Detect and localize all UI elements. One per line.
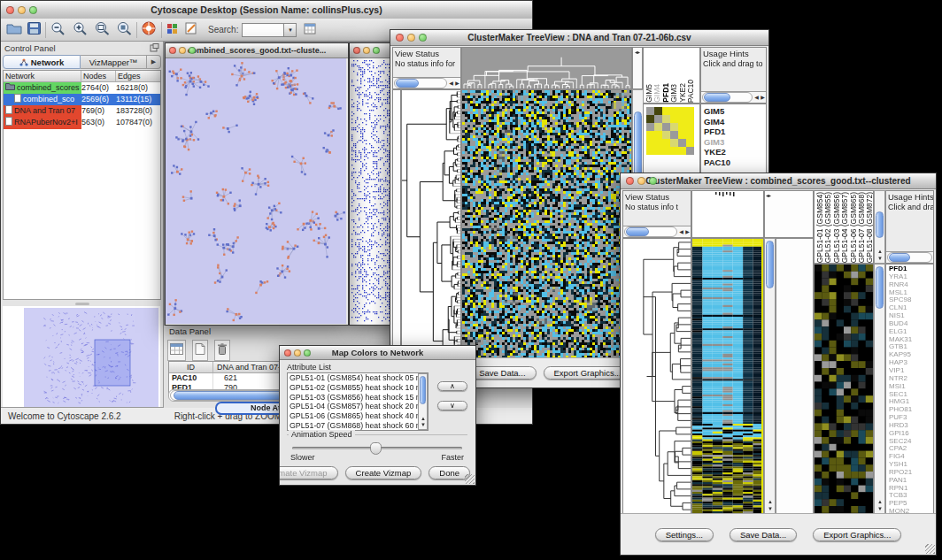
zoom-button[interactable] bbox=[419, 34, 427, 42]
delete-attribute-icon[interactable] bbox=[214, 340, 230, 361]
gene-label[interactable]: GIM4 bbox=[704, 117, 766, 127]
tv2-zoom-vscrollbar[interactable]: ▲▼ bbox=[874, 264, 885, 514]
column-label[interactable]: GPL51-02 (GSM855) bbox=[824, 192, 832, 263]
panel-splitter[interactable] bbox=[75, 303, 89, 305]
network-table-row[interactable]: RNAPuberNov2+I 563(0) 107847(0) bbox=[4, 117, 160, 128]
treeview-button[interactable]: Save Data... bbox=[468, 366, 536, 380]
move-down-button[interactable]: ∨ bbox=[437, 401, 467, 410]
close-button[interactable] bbox=[626, 177, 634, 185]
treeview2-title: ClusterMaker TreeView : combined_scores_… bbox=[621, 176, 936, 186]
minimize-button[interactable] bbox=[363, 47, 370, 54]
scroll-right-icon[interactable]: ▶ bbox=[684, 229, 691, 235]
help-lifering-icon[interactable] bbox=[142, 21, 157, 39]
zoom-button[interactable] bbox=[29, 6, 37, 14]
tv1-heatmap-canvas[interactable] bbox=[462, 90, 631, 357]
minimize-button[interactable] bbox=[407, 34, 415, 42]
tv2-status-scrollbar[interactable]: ◀▶ bbox=[623, 226, 691, 237]
gene-label[interactable]: GIM5 bbox=[704, 106, 766, 117]
minimize-button[interactable] bbox=[637, 177, 645, 185]
minimize-button[interactable] bbox=[294, 349, 301, 357]
done-button[interactable]: Done bbox=[429, 466, 470, 479]
zoom-in-icon[interactable] bbox=[73, 21, 88, 39]
minimize-button[interactable] bbox=[179, 47, 186, 54]
close-button[interactable] bbox=[6, 6, 14, 14]
tv2-heatmap-canvas[interactable] bbox=[692, 239, 763, 513]
tv1-array-dendrogram-canvas[interactable] bbox=[462, 48, 631, 88]
attribute-list-item[interactable]: GPL51-04 (GSM857) heat shock 20 min bbox=[290, 402, 428, 411]
attribute-list-item[interactable]: GPL51-06 (GSM865) heat shock 40 min bbox=[290, 411, 428, 421]
tv2-zoom-heatmap-canvas[interactable] bbox=[815, 265, 873, 513]
attribute-browser-icon[interactable] bbox=[166, 22, 178, 38]
column-label[interactable]: GIM3 bbox=[670, 84, 678, 103]
treeview-button[interactable]: Save Data... bbox=[730, 528, 797, 541]
close-button[interactable] bbox=[396, 34, 404, 42]
zoom-button[interactable] bbox=[304, 349, 311, 357]
tv2-array-dendrogram-canvas[interactable] bbox=[692, 191, 763, 237]
search-dropdown-button[interactable]: ▼ bbox=[284, 23, 297, 37]
float-panel-icon[interactable] bbox=[150, 40, 159, 56]
treeview-button[interactable]: Export Graphics... bbox=[813, 528, 901, 541]
network-table-header[interactable]: Network Nodes Edges bbox=[4, 71, 160, 82]
main-titlebar[interactable]: Cytoscape Desktop (Session Name: collins… bbox=[1, 1, 532, 19]
scroll-left-icon[interactable]: ◀ bbox=[448, 81, 454, 87]
close-button[interactable] bbox=[353, 47, 360, 54]
attribute-list-scrollbar[interactable]: ▲▼ bbox=[418, 373, 428, 430]
search-input[interactable] bbox=[242, 23, 284, 37]
zoom-button[interactable] bbox=[189, 47, 196, 54]
network-view-canvas[interactable] bbox=[166, 58, 346, 324]
scroll-left-icon[interactable]: ◀ bbox=[753, 95, 760, 101]
open-file-icon[interactable] bbox=[6, 22, 22, 38]
tv2-heatmap-vscrollbar[interactable]: ▲▼ bbox=[764, 238, 776, 514]
attribute-editor-icon[interactable] bbox=[304, 22, 316, 38]
tab-overflow-button[interactable]: ▶ bbox=[147, 55, 161, 69]
tab-network[interactable]: Network bbox=[3, 55, 81, 69]
zoom-button[interactable] bbox=[649, 177, 657, 185]
folder-icon bbox=[5, 82, 15, 94]
gene-label[interactable]: PFD1 bbox=[704, 127, 766, 137]
network-table-row[interactable]: combined_sco 2569(6) 13112(15) bbox=[4, 94, 160, 105]
network-table-row[interactable]: combined_scores 2764(0) 16218(0) bbox=[4, 82, 160, 94]
column-label[interactable]: PAC10 bbox=[687, 80, 695, 103]
column-label[interactable]: GIM4 bbox=[653, 84, 661, 103]
treeview-button[interactable]: Export Graphics... bbox=[544, 366, 632, 380]
tab-vizmapper[interactable]: VizMapper™ bbox=[81, 55, 147, 69]
column-label[interactable]: GPL51-04 (GSM857) bbox=[841, 192, 849, 263]
attribute-list-item[interactable]: GPL51-03 (GSM856) heat shock 15 min bbox=[290, 393, 428, 403]
scroll-left-icon[interactable]: ◀ bbox=[678, 229, 684, 235]
tv1-gene-dendrogram-canvas[interactable] bbox=[402, 90, 460, 357]
zoom-button[interactable] bbox=[373, 47, 380, 54]
zoom-out-icon[interactable] bbox=[50, 21, 66, 39]
birdseye-view-canvas[interactable] bbox=[3, 306, 160, 410]
close-button[interactable] bbox=[284, 349, 291, 357]
attribute-list-item[interactable]: GPL51-02 (GSM855) heat shock 10 min bbox=[290, 383, 428, 393]
tv2-hints-scrollbar[interactable] bbox=[886, 251, 933, 263]
close-button[interactable] bbox=[169, 47, 176, 54]
gene-label[interactable]: GIM3 bbox=[704, 137, 766, 148]
move-up-button[interactable]: ∧ bbox=[437, 381, 467, 391]
new-attribute-icon[interactable] bbox=[192, 340, 208, 361]
column-label[interactable]: GPL51-08 (GSM872) bbox=[866, 192, 874, 263]
tv1-zoom-heatmap-canvas[interactable] bbox=[644, 104, 699, 157]
zoom-selected-icon[interactable] bbox=[117, 21, 132, 39]
tv2-labels-vscrollbar[interactable]: ▲▼ bbox=[874, 190, 885, 264]
id-column-header[interactable]: ID bbox=[169, 362, 213, 372]
scroll-right-icon[interactable]: ▶ bbox=[760, 95, 766, 101]
select-attributes-icon[interactable] bbox=[167, 340, 186, 361]
animation-speed-slider[interactable] bbox=[292, 447, 462, 449]
tv2-gene-dendrogram-canvas[interactable] bbox=[623, 239, 691, 513]
minimize-button[interactable] bbox=[18, 6, 26, 14]
zoom-fit-icon[interactable] bbox=[95, 21, 110, 39]
network-table-row[interactable]: DNA and Tran 07 769(0) 183728(0) bbox=[4, 105, 160, 117]
create-vizmap-button[interactable]: Create Vizmap bbox=[345, 466, 422, 479]
treeview-button[interactable]: Settings... bbox=[655, 528, 714, 541]
scroll-right-icon[interactable]: ▶ bbox=[454, 81, 460, 87]
annotation-icon[interactable] bbox=[185, 22, 197, 38]
gene-label[interactable]: YKE2 bbox=[704, 147, 766, 157]
tv1-hints-scrollbar[interactable]: ◀▶ bbox=[701, 91, 766, 103]
animate-vizmap-button[interactable]: Animate Vizmap bbox=[279, 466, 338, 479]
gene-label[interactable]: PAC10 bbox=[704, 157, 766, 168]
slider-thumb[interactable] bbox=[370, 442, 382, 455]
attribute-list-item[interactable]: GPL51-01 (GSM854) heat shock 05 min bbox=[290, 373, 428, 383]
save-icon[interactable] bbox=[27, 22, 41, 38]
tv1-status-scrollbar[interactable]: ◀▶ bbox=[393, 77, 460, 88]
